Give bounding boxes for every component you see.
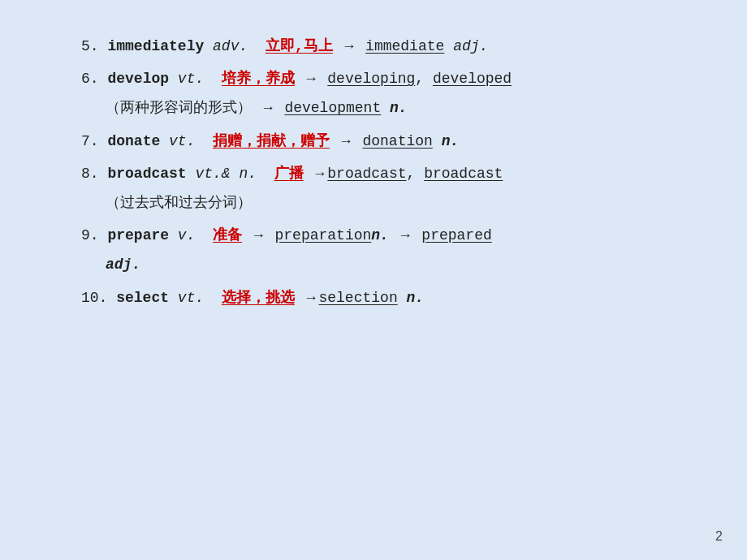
note-6: （两种形容词的形式） — [106, 94, 252, 122]
num-7: 7. — [81, 127, 99, 155]
pos-10: vt. — [178, 284, 204, 312]
entry-7: 7. donate vt. 捐赠，捐献，赠予 → donation n. — [81, 127, 682, 155]
word-9: prepare — [107, 222, 169, 249]
chinese-10: 选择，挑选 — [222, 284, 295, 312]
deriv-pos-10: n. — [407, 284, 425, 312]
arrow-7: → — [333, 127, 359, 155]
deriv-pos-5: adj. — [453, 32, 488, 60]
word-8: broadcast — [107, 160, 186, 187]
pos-6: vt. — [178, 65, 204, 93]
arrow-6a: → — [298, 65, 324, 93]
pos-8: vt.& n. — [195, 160, 257, 187]
arrow-5: → — [336, 32, 362, 60]
pos-5: adv. — [213, 32, 248, 60]
arrow-9b: → — [392, 222, 418, 249]
chinese-5: 立即,马上 — [266, 32, 333, 60]
num-8: 8. — [81, 160, 99, 187]
chinese-8: 广播 — [274, 160, 304, 187]
entry-5: 5. immediately adv. 立即,马上 → immediate ad… — [81, 32, 682, 60]
deriv-6a: developing — [327, 65, 415, 93]
note-8: （过去式和过去分词） — [106, 195, 252, 211]
num-5: 5. — [81, 32, 99, 60]
arrow-8: → — [307, 160, 325, 187]
deriv-pos-9b: adj. — [106, 256, 140, 273]
slide-content: 5. immediately adv. 立即,马上 → immediate ad… — [0, 0, 747, 349]
chinese-7: 捐赠，捐献，赠予 — [213, 127, 330, 155]
word-7: donate — [107, 127, 160, 155]
deriv-8a: broadcast — [327, 160, 406, 187]
entry-10: 10. select vt. 选择，挑选 → selection n. — [81, 284, 682, 312]
entry-9: 9. prepare v. 准备 → preparation n. → prep… — [81, 222, 682, 278]
deriv-9a: preparation — [274, 222, 371, 249]
arrow-9a: → — [245, 222, 271, 249]
deriv-pos-6: n. — [390, 94, 408, 122]
deriv-6b: developed — [433, 65, 512, 93]
deriv-10: selection — [318, 284, 397, 312]
word-5: immediately — [107, 32, 204, 60]
deriv-9b: prepared — [421, 222, 491, 249]
num-6: 6. — [81, 65, 99, 93]
deriv-5: immediate — [365, 32, 444, 60]
deriv-pos-7: n. — [442, 127, 460, 155]
num-10: 10. — [81, 284, 107, 312]
word-10: select — [116, 284, 169, 312]
deriv-7: donation — [362, 127, 432, 155]
pos-9: v. — [178, 222, 196, 249]
word-6: develop — [107, 65, 169, 93]
deriv-8b: broadcast — [424, 160, 503, 187]
arrow-6b: → — [255, 94, 281, 122]
arrow-10: → — [298, 284, 316, 312]
entry-8: 8. broadcast vt.& n. 广播 → broadcast, bro… — [81, 160, 682, 217]
page-number: 2 — [715, 529, 723, 544]
deriv-pos-9a: n. — [371, 222, 389, 249]
chinese-6: 培养，养成 — [222, 65, 295, 93]
num-9: 9. — [81, 222, 99, 249]
entry-6: 6. develop vt. 培养，养成 → developing, devel… — [81, 65, 682, 122]
deriv-6c: development — [284, 94, 381, 122]
pos-7: vt. — [169, 127, 195, 155]
chinese-9: 准备 — [213, 222, 242, 249]
